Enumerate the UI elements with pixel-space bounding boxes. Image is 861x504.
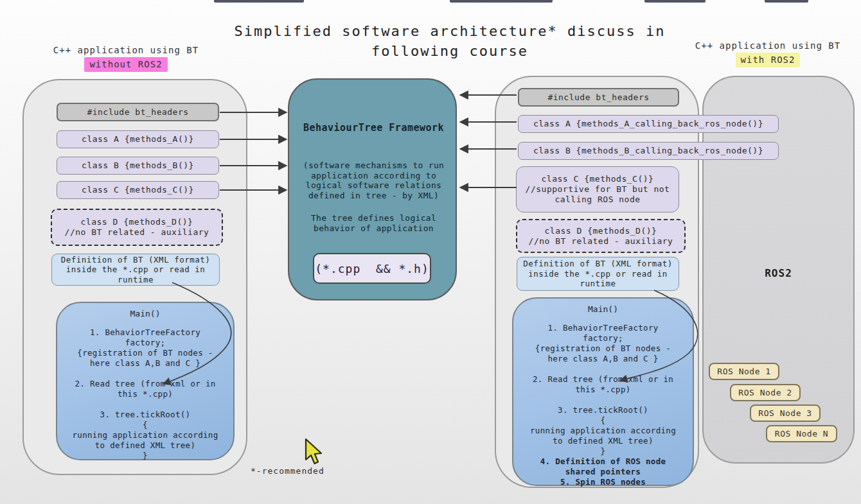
left-header-highlight: without ROS2 (84, 57, 167, 72)
left-class-d-box: class D {methods_D()} //no BT related - … (51, 209, 223, 246)
left-class-b-box: class B {methods_B()} (57, 157, 219, 175)
mouse-cursor-icon (301, 438, 328, 469)
cpp-h-files-box: (*.cpp && *.h) (313, 253, 431, 284)
right-class-b-box: class B {methods_B_calling_back_ros_node… (518, 142, 779, 160)
right-header-text: C++ application using BT (683, 39, 853, 53)
top-edge-mark (214, 0, 304, 3)
right-main-ros-steps: 4. Definition of ROS node shared pointer… (513, 456, 693, 487)
right-bt-definition-box: Definition of BT (XML format) inside the… (517, 257, 679, 291)
framework-description: (software mechanisms to run application … (289, 161, 458, 200)
ros2-label: ROS2 (702, 267, 855, 279)
right-class-c-box: class C {methods_C()} //supportive for B… (516, 166, 679, 213)
ros-node-n: ROS Node N (766, 425, 837, 442)
left-class-a-box: class A {methods_A()} (57, 130, 219, 148)
left-header-text: C++ application using BT (39, 44, 213, 57)
left-main-box: Main() 1. BehaviorTreeFactory factory; {… (56, 302, 235, 460)
ros-node-3: ROS Node 3 (750, 404, 821, 422)
top-edge-mark (450, 0, 553, 3)
page-title-line2: following course (193, 41, 707, 61)
left-bt-definition-box: Definition of BT (XML format) inside the… (51, 254, 220, 286)
right-header-highlight: with ROS2 (736, 53, 801, 67)
framework-title: BehaviourTree Framework (289, 122, 458, 134)
right-main-title: Main() (513, 304, 693, 314)
right-column-header: C++ application using BT with ROS2 (683, 39, 853, 67)
top-edge-mark (765, 0, 808, 3)
ros-node-1: ROS Node 1 (709, 363, 779, 380)
framework-tree-note: The tree defines logical behavior of app… (289, 213, 458, 233)
recommended-footnote: *-recommended (251, 466, 324, 476)
top-edge-mark (644, 0, 706, 3)
right-class-a-box: class A {methods_A_calling_back_ros_node… (518, 115, 779, 133)
left-column-header: C++ application using BT without ROS2 (39, 44, 213, 72)
page-title-line1: Simplified software architecture* discus… (193, 21, 707, 41)
left-main-body: 1. BehaviorTreeFactory factory; {registr… (57, 327, 233, 461)
right-main-body: 1. BehaviorTreeFactory factory; {registr… (513, 323, 693, 456)
ros-node-2: ROS Node 2 (730, 384, 801, 401)
right-main-box: Main() 1. BehaviorTreeFactory factory; {… (512, 297, 694, 486)
left-include-box: #include bt_headers (57, 103, 219, 121)
right-include-box: #include bt_headers (518, 88, 679, 107)
right-class-d-box: class D {methods_D()} //no BT related - … (516, 219, 686, 253)
left-class-c-box: class C {methods_C()} (57, 181, 219, 199)
page-title: Simplified software architecture* discus… (193, 21, 707, 61)
left-main-title: Main() (57, 309, 233, 318)
